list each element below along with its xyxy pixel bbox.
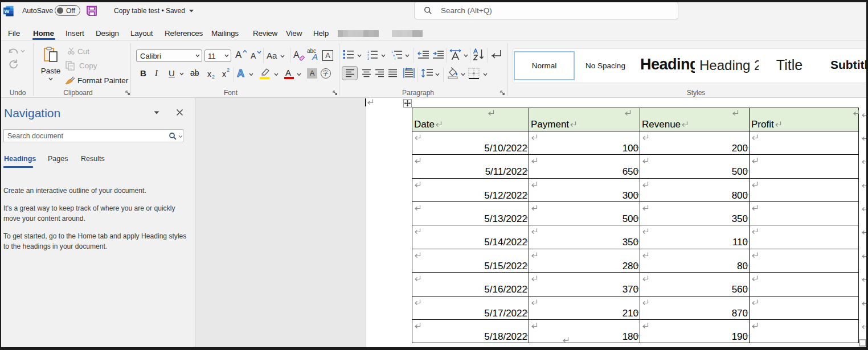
svg-text:i: i [395, 57, 395, 60]
svg-text:W: W [5, 8, 10, 14]
svg-text:3: 3 [367, 57, 369, 60]
